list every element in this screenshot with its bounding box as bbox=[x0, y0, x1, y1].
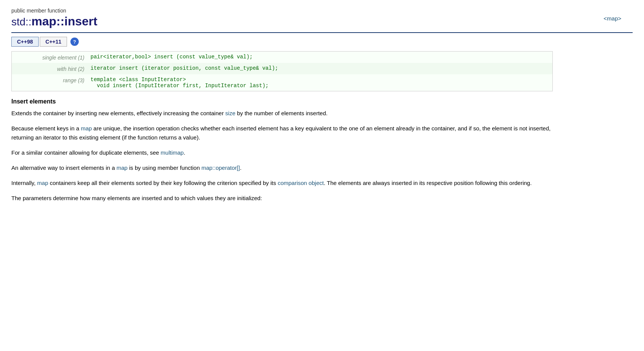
page-wrapper: <map> public member function std::map::i… bbox=[11, 8, 633, 203]
link-multimap[interactable]: multimap bbox=[161, 149, 184, 156]
syntax-label-3: range (3) bbox=[15, 77, 90, 83]
para-6: The parameters determine how many elemen… bbox=[11, 194, 553, 203]
link-map-1[interactable]: map bbox=[81, 125, 92, 132]
para-1: Extends the container by inserting new e… bbox=[11, 109, 553, 118]
syntax-code-3: template <class InputIterator> void inse… bbox=[90, 77, 268, 89]
para-5: Internally, map containers keep all thei… bbox=[11, 179, 553, 188]
syntax-label-1: single element (1) bbox=[15, 54, 90, 61]
title-prefix: std:: bbox=[11, 16, 31, 28]
link-size[interactable]: size bbox=[225, 110, 235, 116]
syntax-code-2: iterator insert (iterator position, cons… bbox=[90, 65, 278, 71]
link-map-operator[interactable]: map::operator[] bbox=[201, 165, 240, 171]
tab-cpp11[interactable]: C++11 bbox=[40, 37, 67, 47]
syntax-row-1: single element (1) pair<iterator,bool> i… bbox=[12, 52, 552, 63]
header-section: public member function std::map::insert bbox=[11, 8, 633, 33]
title-main: map::insert bbox=[31, 14, 97, 28]
syntax-code-1: pair<iterator,bool> insert (const value_… bbox=[90, 54, 253, 60]
para-3: For a similar container allowing for dup… bbox=[11, 148, 553, 157]
syntax-label-2: with hint (2) bbox=[15, 65, 90, 72]
member-type-label: public member function bbox=[11, 8, 633, 14]
section-title: Insert elements bbox=[11, 98, 633, 105]
syntax-table: single element (1) pair<iterator,bool> i… bbox=[11, 51, 553, 91]
tabs-bar: C++98 C++11 ? bbox=[11, 37, 633, 47]
para-2: Because element keys in a map are unique… bbox=[11, 124, 553, 142]
link-comparison-object[interactable]: comparison object bbox=[278, 180, 324, 186]
syntax-row-2: with hint (2) iterator insert (iterator … bbox=[12, 63, 552, 74]
link-map-2[interactable]: map bbox=[117, 165, 128, 171]
para-4: An alternative way to insert elements in… bbox=[11, 163, 553, 172]
help-icon[interactable]: ? bbox=[70, 38, 79, 46]
link-map-3[interactable]: map bbox=[37, 180, 48, 186]
tab-cpp98[interactable]: C++98 bbox=[11, 37, 39, 47]
page-title: std::map::insert bbox=[11, 14, 633, 28]
syntax-row-3: range (3) template <class InputIterator>… bbox=[12, 74, 552, 91]
